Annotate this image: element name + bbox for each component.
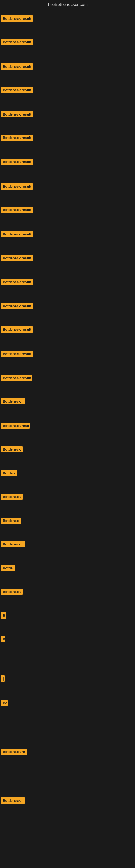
bottleneck-item-17: Bottleneck r [1,398,25,405]
bottleneck-item-2: Bottleneck result [1,39,33,46]
bottleneck-item-6: Bottleneck result [1,134,33,142]
bottleneck-badge-10[interactable]: Bottleneck result [1,231,33,237]
bottleneck-item-20: Bottlen [1,470,17,477]
bottleneck-item-16: Bottleneck result [1,375,32,382]
bottleneck-item-8: Bottleneck result [1,183,33,191]
bottleneck-item-26: B [1,613,6,620]
bottleneck-item-31: Bottleneck r [1,798,25,805]
bottleneck-item-14: Bottleneck result [1,326,33,334]
bottleneck-badge-26[interactable]: B [1,613,6,619]
bottleneck-badge-22[interactable]: Bottlenec [1,518,21,524]
bottleneck-item-28: | [1,675,5,683]
bottleneck-badge-11[interactable]: Bottleneck result [1,255,33,261]
bottleneck-item-22: Bottlenec [1,518,21,525]
bottleneck-item-23: Bottleneck r [1,541,25,549]
site-title: TheBottlenecker.com [0,0,135,8]
bottleneck-badge-9[interactable]: Bottleneck result [1,207,33,213]
bottleneck-item-19: Bottleneck [1,446,23,454]
bottleneck-item-29: Bo [1,700,8,707]
bottleneck-item-10: Bottleneck result [1,231,33,239]
bottleneck-badge-30[interactable]: Bottleneck re [1,749,27,755]
bottleneck-item-1: Bottleneck result [1,16,33,23]
bottleneck-badge-17[interactable]: Bottleneck r [1,398,25,404]
bottleneck-badge-12[interactable]: Bottleneck result [1,279,33,285]
bottleneck-badge-16[interactable]: Bottleneck result [1,375,32,381]
bottleneck-item-21: Bottleneck [1,494,23,501]
bottleneck-badge-2[interactable]: Bottleneck result [1,39,33,45]
bottleneck-badge-3[interactable]: Bottleneck result [1,63,33,70]
bottleneck-badge-18[interactable]: Bottleneck resu [1,423,30,429]
bottleneck-item-11: Bottleneck result [1,255,33,262]
bottleneck-badge-14[interactable]: Bottleneck result [1,326,33,333]
bottleneck-badge-7[interactable]: Bottleneck result [1,159,33,165]
bottleneck-badge-13[interactable]: Bottleneck result [1,303,33,309]
bottleneck-badge-28[interactable]: | [1,675,5,682]
bottleneck-badge-24[interactable]: Bottle [1,565,15,571]
bottleneck-badge-19[interactable]: Bottleneck [1,446,23,453]
bottleneck-item-18: Bottleneck resu [1,423,30,430]
bottleneck-item-15: Bottleneck result [1,351,33,358]
bottleneck-item-12: Bottleneck result [1,279,33,286]
bottleneck-item-3: Bottleneck result [1,63,33,71]
bottleneck-badge-15[interactable]: Bottleneck result [1,351,33,357]
bottleneck-badge-8[interactable]: Bottleneck result [1,183,33,190]
bottleneck-item-9: Bottleneck result [1,207,33,214]
bottleneck-item-24: Bottle [1,565,15,572]
bottleneck-badge-20[interactable]: Bottlen [1,470,17,476]
bottleneck-badge-25[interactable]: Bottleneck [1,589,23,595]
bottleneck-item-4: Bottleneck result [1,87,33,94]
bottleneck-badge-27[interactable]: B [1,636,5,642]
bottleneck-badge-4[interactable]: Bottleneck result [1,87,33,93]
bottleneck-badge-31[interactable]: Bottleneck r [1,798,25,804]
bottleneck-badge-1[interactable]: Bottleneck result [1,16,33,22]
bottleneck-item-5: Bottleneck result [1,111,33,119]
bottleneck-item-13: Bottleneck result [1,303,33,310]
bottleneck-item-7: Bottleneck result [1,159,33,166]
bottleneck-badge-6[interactable]: Bottleneck result [1,134,33,141]
bottleneck-item-27: B [1,636,5,643]
bottleneck-badge-21[interactable]: Bottleneck [1,494,23,500]
bottleneck-badge-5[interactable]: Bottleneck result [1,111,33,118]
bottleneck-item-30: Bottleneck re [1,749,27,756]
bottleneck-badge-23[interactable]: Bottleneck r [1,541,25,547]
bottleneck-item-25: Bottleneck [1,589,23,596]
bottleneck-badge-29[interactable]: Bo [1,700,8,706]
